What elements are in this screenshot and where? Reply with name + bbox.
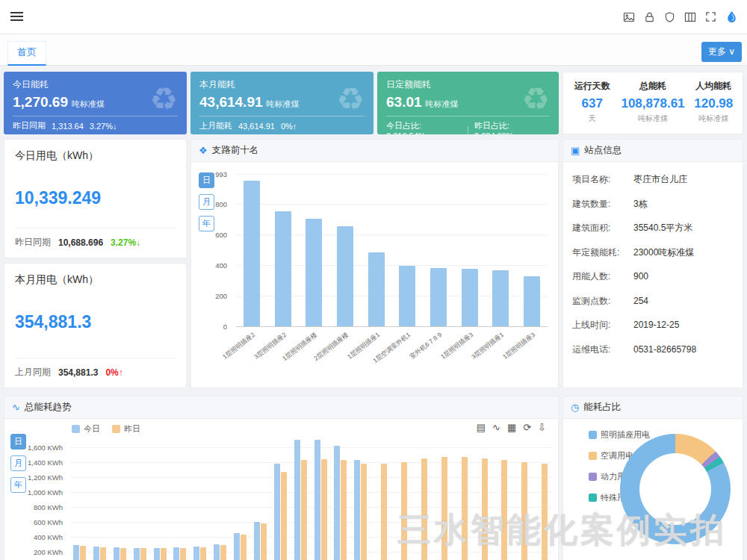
kpi-footer: 昨日同期1,313.643.27%↓ [13, 116, 178, 131]
branch-bar [337, 226, 353, 326]
image-icon[interactable] [623, 11, 635, 23]
trend-bar-yesterday [462, 457, 468, 560]
trend-bar-today [334, 446, 340, 560]
refresh-icon[interactable]: ⟳ [523, 422, 531, 433]
stat-running-days: 运行天数 637 天 [563, 72, 621, 134]
legend-swatch [589, 494, 597, 502]
site-info-panel: ▣ 站点信息 项目名称:枣庄市台儿庄 建筑数量:3栋 建筑面积:35540.5平… [562, 139, 743, 388]
trend-bar-today [314, 440, 320, 560]
branch-bar [462, 269, 478, 326]
panel-header: ❖ 支路前十名 [191, 140, 558, 162]
recycle-icon: ♻ [521, 84, 550, 115]
branch-y-axis: 0200400600800993 [196, 174, 230, 326]
card-footer: 昨日同期10,688.696 3.27%↓ [15, 228, 176, 249]
kpi-card-today-energy: 今日能耗 1,270.69吨标准煤 ♻ 昨日同期1,313.643.27%↓ [4, 72, 187, 134]
bar-chart-icon[interactable]: ▦ [507, 422, 516, 433]
more-button[interactable]: 更多 ∨ [701, 42, 742, 62]
kpi-footer: 上月能耗43,614.910%↑ [199, 116, 365, 131]
trend-bar-today [254, 522, 260, 560]
branch-bar [399, 266, 415, 326]
water-logo-icon[interactable] [725, 10, 738, 23]
trend-bar-chart [70, 432, 552, 560]
trend-bar-today [214, 544, 220, 560]
trend-bar-yesterday [120, 548, 126, 560]
site-row: 建筑面积:35540.5平方米 [572, 222, 734, 234]
panel-title: 能耗占比 [583, 401, 621, 414]
trend-y-axis: 200 KWh400 KWh600 KWh800 KWh1,000 KWh1,2… [19, 432, 64, 560]
top-bar [0, 0, 747, 34]
branch-bar [524, 276, 540, 326]
card-value: 354,881.3 [15, 312, 176, 332]
card-value: 10,339.249 [15, 188, 176, 208]
trend-bar-yesterday [80, 546, 86, 560]
trend-bar-yesterday [421, 458, 427, 560]
panel-title: 站点信息 [584, 144, 622, 157]
trend-bar-today [173, 547, 179, 560]
dashboard-page: 首页 更多 ∨ 今日能耗 1,270.69吨标准煤 ♻ 昨日同期1,313.64… [0, 0, 747, 560]
site-info-rows: 项目名称:枣庄市台儿庄 建筑数量:3栋 建筑面积:35540.5平方米 年定额能… [563, 162, 743, 379]
tab-bar: 首页 更多 ∨ [0, 34, 747, 66]
trend-bar-yesterday [261, 523, 267, 560]
month-power-card: 本月用电（kWh） 354,881.3 上月同期354,881.3 0%↑ [4, 263, 187, 388]
kpi-card-month-energy: 本月能耗 43,614.91吨标准煤 ♻ 上月能耗43,614.910%↑ [190, 72, 374, 134]
kpi-unit: 吨标准煤 [267, 99, 300, 108]
data-view-icon[interactable]: ▤ [477, 422, 486, 433]
legend-swatch [589, 473, 597, 481]
panel-header: ◷ 能耗占比 [563, 396, 743, 419]
trend-bar-yesterday [161, 548, 167, 560]
trend-bar-today [73, 545, 79, 560]
trend-bar-yesterday [220, 545, 226, 560]
site-row: 运维电话:0531-82665798 [572, 343, 734, 356]
site-row: 用能人数:900 [572, 270, 734, 283]
site-row: 项目名称:枣庄市台儿庄 [572, 173, 734, 186]
menu-toggle-icon[interactable] [10, 12, 23, 22]
trend-bar-today [234, 533, 240, 560]
branch-bar [244, 181, 260, 326]
panel-header: ▣ 站点信息 [563, 140, 743, 162]
trend-bar-today [294, 440, 300, 560]
branch-bar [430, 268, 447, 326]
tab-home[interactable]: 首页 [7, 41, 46, 66]
legend-swatch [589, 452, 597, 460]
topbar-actions [623, 10, 738, 23]
columns-icon[interactable] [684, 11, 696, 23]
download-icon[interactable]: ⇩ [538, 422, 546, 433]
lock-icon[interactable] [644, 11, 655, 23]
trend-bar-today [154, 548, 160, 560]
trend-bar-yesterday [381, 464, 387, 560]
trend-toolbar: ▤ ∿ ▦ ⟳ ⇩ [477, 422, 546, 433]
site-row: 上线时间:2019-12-25 [572, 319, 734, 332]
energy-trend-panel: ∿ 总能耗趋势 今日 昨日 ▤ ∿ ▦ ⟳ ⇩ 日 月 年 200 KWh400… [4, 396, 559, 560]
card-footer: 上月同期354,881.3 0%↑ [15, 358, 176, 379]
site-row: 监测点数:254 [572, 295, 734, 308]
energy-share-donut-chart [620, 434, 731, 544]
legend-item-lighting[interactable]: 照明插座用电 [589, 429, 650, 441]
site-row: 年定额能耗:23000吨标准煤 [572, 246, 734, 259]
panel-header: ∿ 总能耗趋势 [4, 396, 558, 419]
pie-icon: ◷ [571, 402, 579, 413]
trend-bar-yesterday [281, 472, 287, 560]
fullscreen-icon[interactable] [705, 11, 716, 22]
energy-share-panel: ◷ 能耗占比 照明插座用电 空调用电 动力用电 特殊用电 [562, 396, 743, 560]
trend-bar-yesterday [341, 460, 347, 560]
trend-bar-yesterday [180, 548, 186, 560]
trend-bar-yesterday [200, 547, 206, 560]
shield-icon[interactable] [664, 11, 675, 23]
trend-bar-today [134, 548, 140, 560]
line-chart-icon[interactable]: ∿ [492, 422, 500, 433]
panel-title: 总能耗趋势 [25, 401, 72, 414]
trend-bar-today [193, 547, 199, 560]
branch-bar-chart: 1层照明插座23层照明插座21层照明插座楼2层照明插座楼1层照明插座11层空调室… [236, 174, 548, 326]
kpi-unit: 吨标准煤 [72, 99, 105, 108]
trend-bar-yesterday [501, 460, 507, 560]
trend-bar-yesterday [401, 462, 407, 560]
summary-stats: 运行天数 637 天 总能耗 108,878.61 吨标准煤 人均能耗 120.… [562, 72, 743, 134]
stat-per-capita-energy: 人均能耗 120.98 吨标准煤 [685, 72, 743, 134]
branch-bar [368, 252, 385, 326]
branch-bar [275, 211, 291, 326]
stat-total-energy: 总能耗 108,878.61 吨标准煤 [621, 72, 684, 134]
trend-bar-yesterday [521, 462, 527, 560]
today-power-card: 今日用电（kWh） 10,339.249 昨日同期10,688.696 3.27… [4, 139, 187, 258]
trend-bar-yesterday [482, 458, 488, 560]
trend-bar-yesterday [301, 460, 307, 560]
